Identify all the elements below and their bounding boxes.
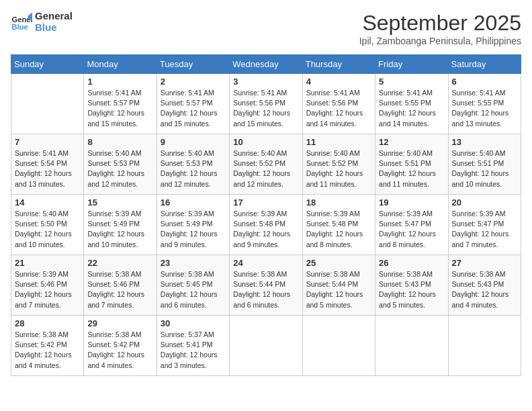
day-number: 27: [452, 258, 517, 268]
day-number: 22: [87, 258, 152, 268]
day-info: Sunrise: 5:39 AMSunset: 5:49 PMDaylight:…: [161, 209, 226, 250]
logo-general: General: [35, 11, 73, 22]
header-friday: Friday: [375, 55, 448, 74]
calendar-cell: 28Sunrise: 5:38 AMSunset: 5:42 PMDayligh…: [11, 316, 84, 376]
calendar-cell: 9Sunrise: 5:40 AMSunset: 5:53 PMDaylight…: [157, 134, 229, 195]
day-info: Sunrise: 5:39 AMSunset: 5:47 PMDaylight:…: [452, 209, 517, 250]
day-number: 25: [306, 258, 371, 268]
day-number: 29: [87, 318, 152, 328]
calendar-cell: [11, 74, 84, 134]
calendar-table: SundayMondayTuesdayWednesdayThursdayFrid…: [11, 54, 521, 376]
day-number: 6: [452, 77, 517, 87]
day-info: Sunrise: 5:39 AMSunset: 5:48 PMDaylight:…: [233, 209, 298, 250]
title-block: September 2025 Ipil, Zamboanga Peninsula…: [359, 11, 521, 46]
day-info: Sunrise: 5:40 AMSunset: 5:53 PMDaylight:…: [87, 148, 152, 189]
day-info: Sunrise: 5:41 AMSunset: 5:57 PMDaylight:…: [87, 88, 152, 129]
calendar-cell: 20Sunrise: 5:39 AMSunset: 5:47 PMDayligh…: [448, 195, 521, 255]
day-info: Sunrise: 5:39 AMSunset: 5:49 PMDaylight:…: [87, 209, 152, 250]
location-subtitle: Ipil, Zamboanga Peninsula, Philippines: [359, 36, 521, 46]
day-number: 7: [15, 137, 80, 147]
calendar-cell: 5Sunrise: 5:41 AMSunset: 5:55 PMDaylight…: [375, 74, 448, 134]
calendar-cell: 14Sunrise: 5:40 AMSunset: 5:50 PMDayligh…: [11, 195, 84, 255]
day-number: 9: [161, 137, 226, 147]
calendar-cell: 8Sunrise: 5:40 AMSunset: 5:53 PMDaylight…: [84, 134, 157, 195]
day-number: 3: [233, 77, 298, 87]
day-number: 4: [306, 77, 371, 87]
day-number: 8: [87, 137, 152, 147]
calendar-cell: 10Sunrise: 5:40 AMSunset: 5:52 PMDayligh…: [230, 134, 302, 195]
day-info: Sunrise: 5:41 AMSunset: 5:57 PMDaylight:…: [161, 88, 226, 129]
calendar-cell: 21Sunrise: 5:39 AMSunset: 5:46 PMDayligh…: [11, 255, 84, 316]
day-number: 19: [379, 197, 444, 208]
day-info: Sunrise: 5:38 AMSunset: 5:43 PMDaylight:…: [452, 269, 517, 310]
week-row-3: 14Sunrise: 5:40 AMSunset: 5:50 PMDayligh…: [11, 195, 521, 255]
calendar-cell: 17Sunrise: 5:39 AMSunset: 5:48 PMDayligh…: [230, 195, 302, 255]
day-number: 13: [452, 137, 517, 147]
calendar-cell: 3Sunrise: 5:41 AMSunset: 5:56 PMDaylight…: [230, 74, 302, 134]
day-number: 14: [15, 197, 80, 208]
calendar-cell: 6Sunrise: 5:41 AMSunset: 5:55 PMDaylight…: [448, 74, 521, 134]
calendar-cell: 26Sunrise: 5:38 AMSunset: 5:43 PMDayligh…: [375, 255, 448, 316]
calendar-cell: 25Sunrise: 5:38 AMSunset: 5:44 PMDayligh…: [302, 255, 375, 316]
calendar-cell: 22Sunrise: 5:38 AMSunset: 5:46 PMDayligh…: [84, 255, 157, 316]
day-number: 28: [15, 318, 80, 328]
calendar-cell: 29Sunrise: 5:38 AMSunset: 5:42 PMDayligh…: [84, 316, 157, 376]
calendar-cell: 19Sunrise: 5:39 AMSunset: 5:47 PMDayligh…: [375, 195, 448, 255]
logo: General Blue General Blue: [11, 11, 73, 33]
day-info: Sunrise: 5:41 AMSunset: 5:54 PMDaylight:…: [15, 148, 80, 189]
day-info: Sunrise: 5:41 AMSunset: 5:56 PMDaylight:…: [306, 88, 371, 129]
calendar-header-row: SundayMondayTuesdayWednesdayThursdayFrid…: [11, 55, 521, 74]
calendar-cell: 15Sunrise: 5:39 AMSunset: 5:49 PMDayligh…: [84, 195, 157, 255]
day-info: Sunrise: 5:41 AMSunset: 5:56 PMDaylight:…: [233, 88, 298, 129]
day-number: 5: [379, 77, 444, 87]
day-number: 21: [15, 258, 80, 268]
logo-blue: Blue: [35, 22, 73, 34]
day-info: Sunrise: 5:40 AMSunset: 5:51 PMDaylight:…: [379, 148, 444, 189]
day-info: Sunrise: 5:40 AMSunset: 5:52 PMDaylight:…: [233, 148, 298, 189]
day-number: 17: [233, 197, 298, 208]
day-info: Sunrise: 5:40 AMSunset: 5:51 PMDaylight:…: [452, 148, 517, 189]
day-number: 23: [161, 258, 226, 268]
day-number: 2: [161, 77, 226, 87]
calendar-cell: 2Sunrise: 5:41 AMSunset: 5:57 PMDaylight…: [157, 74, 229, 134]
day-info: Sunrise: 5:41 AMSunset: 5:55 PMDaylight:…: [452, 88, 517, 129]
calendar-cell: 13Sunrise: 5:40 AMSunset: 5:51 PMDayligh…: [448, 134, 521, 195]
day-info: Sunrise: 5:38 AMSunset: 5:44 PMDaylight:…: [233, 269, 298, 310]
header-tuesday: Tuesday: [157, 55, 229, 74]
week-row-1: 1Sunrise: 5:41 AMSunset: 5:57 PMDaylight…: [11, 74, 521, 134]
calendar-cell: 1Sunrise: 5:41 AMSunset: 5:57 PMDaylight…: [84, 74, 157, 134]
day-info: Sunrise: 5:40 AMSunset: 5:52 PMDaylight:…: [306, 148, 371, 189]
week-row-2: 7Sunrise: 5:41 AMSunset: 5:54 PMDaylight…: [11, 134, 521, 195]
svg-text:Blue: Blue: [12, 23, 28, 31]
calendar-cell: 7Sunrise: 5:41 AMSunset: 5:54 PMDaylight…: [11, 134, 84, 195]
day-number: 16: [161, 197, 226, 208]
header-sunday: Sunday: [11, 55, 84, 74]
header-monday: Monday: [84, 55, 157, 74]
day-info: Sunrise: 5:40 AMSunset: 5:53 PMDaylight:…: [161, 148, 226, 189]
calendar-cell: 23Sunrise: 5:38 AMSunset: 5:45 PMDayligh…: [157, 255, 229, 316]
week-row-5: 28Sunrise: 5:38 AMSunset: 5:42 PMDayligh…: [11, 316, 521, 376]
calendar-cell: 4Sunrise: 5:41 AMSunset: 5:56 PMDaylight…: [302, 74, 375, 134]
header-thursday: Thursday: [302, 55, 375, 74]
calendar-cell: 18Sunrise: 5:39 AMSunset: 5:48 PMDayligh…: [302, 195, 375, 255]
calendar-cell: 11Sunrise: 5:40 AMSunset: 5:52 PMDayligh…: [302, 134, 375, 195]
day-info: Sunrise: 5:41 AMSunset: 5:55 PMDaylight:…: [379, 88, 444, 129]
day-number: 1: [87, 77, 152, 87]
day-number: 15: [87, 197, 152, 208]
calendar-cell: [302, 316, 375, 376]
logo-icon: General Blue: [11, 11, 32, 33]
day-info: Sunrise: 5:37 AMSunset: 5:41 PMDaylight:…: [161, 330, 226, 371]
day-info: Sunrise: 5:38 AMSunset: 5:46 PMDaylight:…: [87, 269, 152, 310]
header-saturday: Saturday: [448, 55, 521, 74]
week-row-4: 21Sunrise: 5:39 AMSunset: 5:46 PMDayligh…: [11, 255, 521, 316]
month-title: September 2025: [359, 11, 521, 36]
calendar-cell: [448, 316, 521, 376]
day-info: Sunrise: 5:39 AMSunset: 5:48 PMDaylight:…: [306, 209, 371, 250]
calendar-cell: 30Sunrise: 5:37 AMSunset: 5:41 PMDayligh…: [157, 316, 229, 376]
header-wednesday: Wednesday: [230, 55, 302, 74]
page-header: General Blue General Blue September 2025…: [11, 11, 521, 46]
day-number: 26: [379, 258, 444, 268]
day-info: Sunrise: 5:38 AMSunset: 5:42 PMDaylight:…: [87, 330, 152, 371]
day-info: Sunrise: 5:39 AMSunset: 5:46 PMDaylight:…: [15, 269, 80, 310]
day-number: 24: [233, 258, 298, 268]
